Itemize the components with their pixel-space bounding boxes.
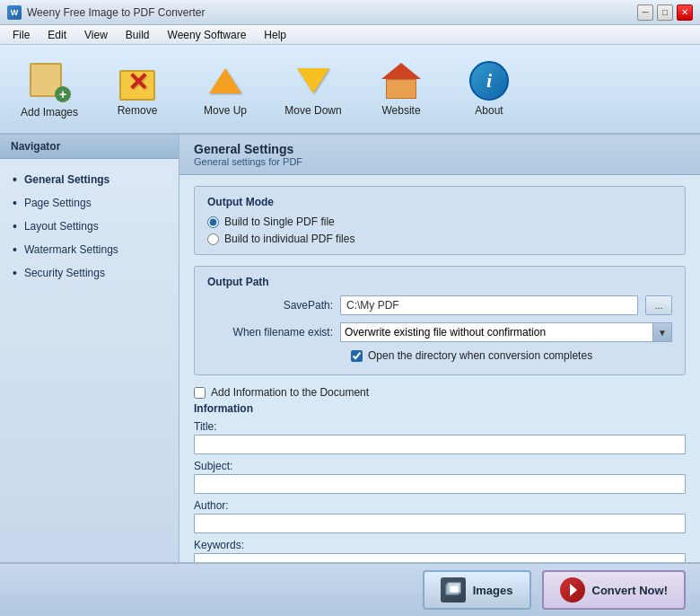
author-field-input[interactable] bbox=[194, 514, 686, 533]
add-info-section: Add Information to the Document Informat… bbox=[194, 386, 686, 562]
move-up-label: Move Up bbox=[204, 104, 247, 117]
add-images-label: Add Images bbox=[21, 106, 78, 119]
nav-item-general-label: General Settings bbox=[24, 173, 109, 186]
output-path-section: Output Path SavePath: ... When filename … bbox=[194, 266, 686, 375]
about-button[interactable]: i About bbox=[449, 49, 529, 128]
nav-item-layout[interactable]: Layout Settings bbox=[0, 215, 179, 238]
add-info-row: Add Information to the Document bbox=[194, 386, 686, 399]
about-icon: i bbox=[469, 61, 509, 101]
maximize-button[interactable]: □ bbox=[657, 4, 673, 21]
remove-label: Remove bbox=[118, 104, 158, 117]
menu-help[interactable]: Help bbox=[255, 27, 295, 43]
svg-rect-2 bbox=[450, 585, 459, 593]
output-mode-radio-group: Build to Single PDF file Build to indivi… bbox=[207, 216, 672, 245]
title-field-input[interactable] bbox=[194, 435, 686, 454]
radio-single-pdf[interactable]: Build to Single PDF file bbox=[207, 216, 672, 228]
remove-icon: ✕ bbox=[118, 61, 157, 101]
toolbar: + Add Images ✕ Remove Move Up Move Down … bbox=[0, 45, 700, 135]
svg-marker-3 bbox=[570, 584, 577, 596]
save-path-input[interactable] bbox=[340, 295, 638, 315]
nav-item-general[interactable]: General Settings bbox=[0, 168, 179, 191]
radio-individual-pdf[interactable]: Build to individual PDF files bbox=[207, 233, 672, 245]
radio-individual-input[interactable] bbox=[207, 233, 219, 245]
content-subtitle: General settings for PDF bbox=[194, 156, 686, 167]
content-header: General Settings General settings for PD… bbox=[179, 135, 700, 175]
nav-item-page[interactable]: Page Settings bbox=[0, 191, 179, 215]
convert-button[interactable]: Convert Now! bbox=[542, 570, 687, 610]
nav-item-security[interactable]: Security Settings bbox=[0, 261, 179, 285]
nav-item-security-label: Security Settings bbox=[24, 267, 105, 279]
title-field-label: Title: bbox=[194, 420, 686, 433]
menu-edit[interactable]: Edit bbox=[39, 27, 75, 43]
menu-build[interactable]: Build bbox=[117, 27, 159, 43]
when-exists-dropdown-wrapper: Overwrite existing file without confirma… bbox=[340, 322, 672, 342]
website-button[interactable]: Website bbox=[361, 49, 442, 128]
radio-individual-label: Build to individual PDF files bbox=[224, 233, 354, 245]
when-exists-select[interactable]: Overwrite existing file without confirma… bbox=[340, 322, 672, 342]
info-fields-section: Information Title: Subject: Author: bbox=[194, 402, 686, 562]
author-field-group: Author: bbox=[194, 499, 686, 533]
move-up-button[interactable]: Move Up bbox=[185, 49, 266, 128]
images-button-label: Images bbox=[473, 584, 513, 597]
open-dir-row: Open the directory when conversion compl… bbox=[351, 349, 672, 362]
when-exists-row: When filename exist: Overwrite existing … bbox=[207, 322, 672, 342]
subject-field-input[interactable] bbox=[194, 474, 686, 494]
subject-field-group: Subject: bbox=[194, 460, 686, 494]
nav-item-watermark[interactable]: Watermark Settings bbox=[0, 238, 179, 261]
window-controls: ─ □ ✕ bbox=[637, 4, 693, 21]
close-button[interactable]: ✕ bbox=[677, 4, 693, 21]
move-down-icon bbox=[293, 61, 333, 101]
images-button[interactable]: Images bbox=[423, 570, 531, 610]
content-body: Output Mode Build to Single PDF file Bui… bbox=[179, 175, 700, 562]
menu-weeny-software[interactable]: Weeny Software bbox=[159, 27, 256, 43]
keywords-field-label: Keywords: bbox=[194, 539, 686, 551]
radio-single-input[interactable] bbox=[207, 216, 219, 228]
output-mode-section: Output Mode Build to Single PDF file Bui… bbox=[194, 186, 686, 255]
menu-view[interactable]: View bbox=[75, 27, 117, 43]
navigator-items: General Settings Page Settings Layout Se… bbox=[0, 159, 179, 294]
website-label: Website bbox=[381, 104, 420, 117]
keywords-field-group: Keywords: bbox=[194, 539, 686, 562]
subject-field-label: Subject: bbox=[194, 460, 686, 472]
add-images-icon: + bbox=[28, 59, 71, 102]
title-bar: W Weeny Free Image to PDF Converter ─ □ … bbox=[0, 0, 700, 25]
nav-item-page-label: Page Settings bbox=[24, 197, 92, 209]
output-path-label: Output Path bbox=[207, 276, 672, 288]
author-field-label: Author: bbox=[194, 499, 686, 512]
move-down-label: Move Down bbox=[284, 104, 341, 117]
menu-bar: File Edit View Build Weeny Software Help bbox=[0, 25, 700, 45]
content-panel: General Settings General settings for PD… bbox=[179, 135, 700, 562]
save-path-row: SavePath: ... bbox=[207, 295, 672, 315]
main-area: Navigator General Settings Page Settings… bbox=[0, 135, 700, 562]
website-icon bbox=[381, 61, 421, 101]
move-down-button[interactable]: Move Down bbox=[273, 49, 354, 128]
content-title: General Settings bbox=[194, 142, 686, 156]
window-title: Weeny Free Image to PDF Converter bbox=[27, 6, 637, 19]
convert-button-label: Convert Now! bbox=[592, 584, 669, 597]
convert-button-icon bbox=[560, 577, 585, 603]
output-mode-label: Output Mode bbox=[207, 196, 672, 208]
images-button-icon bbox=[441, 577, 466, 603]
browse-button[interactable]: ... bbox=[645, 295, 672, 315]
remove-button[interactable]: ✕ Remove bbox=[97, 49, 178, 128]
add-images-button[interactable]: + Add Images bbox=[9, 49, 90, 128]
navigator: Navigator General Settings Page Settings… bbox=[0, 135, 179, 562]
add-info-label: Add Information to the Document bbox=[211, 386, 369, 399]
info-section-label: Information bbox=[194, 402, 686, 415]
add-info-checkbox[interactable] bbox=[194, 387, 206, 399]
keywords-field-input[interactable] bbox=[194, 553, 686, 562]
open-dir-label: Open the directory when conversion compl… bbox=[368, 349, 592, 362]
menu-file[interactable]: File bbox=[4, 27, 39, 43]
move-up-icon bbox=[206, 61, 245, 101]
radio-single-label: Build to Single PDF file bbox=[224, 216, 335, 228]
save-path-label: SavePath: bbox=[207, 299, 333, 312]
nav-item-layout-label: Layout Settings bbox=[24, 220, 99, 233]
about-label: About bbox=[475, 104, 503, 117]
open-dir-checkbox[interactable] bbox=[351, 350, 363, 362]
bottom-bar: Images Convert Now! bbox=[0, 562, 700, 616]
minimize-button[interactable]: ─ bbox=[637, 4, 653, 21]
title-field-group: Title: bbox=[194, 420, 686, 454]
nav-item-watermark-label: Watermark Settings bbox=[24, 243, 118, 256]
when-exists-label: When filename exist: bbox=[207, 326, 333, 339]
navigator-title: Navigator bbox=[0, 135, 179, 159]
